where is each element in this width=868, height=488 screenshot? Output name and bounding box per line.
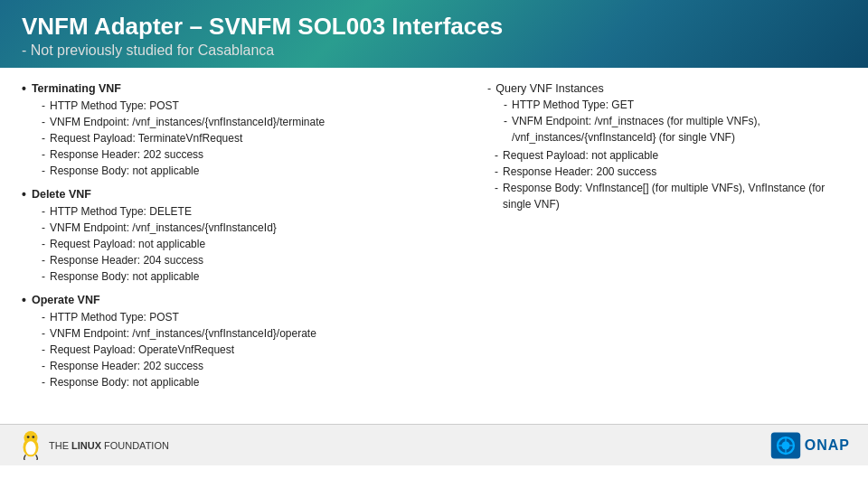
sub-list: HTTP Method Type: DELETE VNFM Endpoint: … bbox=[42, 203, 460, 285]
list-item: Response Header: 202 success bbox=[42, 358, 460, 374]
svg-point-4 bbox=[25, 441, 35, 455]
onap-label: ONAP bbox=[805, 437, 850, 454]
footer-left: THE LINUX FOUNDATION bbox=[18, 431, 169, 460]
list-item: Request Payload: not applicable bbox=[42, 236, 460, 252]
list-item: Response Header: 200 success bbox=[495, 164, 846, 180]
onap-logo: ONAP bbox=[769, 429, 850, 462]
section-terminating-vnf: Terminating VNF HTTP Method Type: POST V… bbox=[22, 82, 460, 179]
page-subtitle: - Not previously studied for Casablanca bbox=[22, 42, 846, 59]
section-label: Delete VNF bbox=[22, 188, 460, 202]
linux-tux-icon bbox=[18, 431, 43, 460]
section-operate-vnf: Operate VNF HTTP Method Type: POST VNFM … bbox=[22, 294, 460, 390]
list-item: VNFM Endpoint: /vnf_instances/{vnfInstan… bbox=[42, 220, 460, 236]
section-label: Operate VNF bbox=[22, 294, 460, 307]
list-item: Response Body: not applicable bbox=[42, 374, 460, 390]
linux-foundation-label: THE LINUX FOUNDATION bbox=[49, 440, 169, 451]
content-area: Terminating VNF HTTP Method Type: POST V… bbox=[0, 68, 868, 424]
section-query-vnf: Query VNF Instances HTTP Method Type: GE… bbox=[487, 82, 846, 212]
list-item: HTTP Method Type: POST bbox=[42, 309, 460, 325]
list-item: HTTP Method Type: POST bbox=[42, 98, 460, 114]
page-header: VNFM Adapter – SVNFM SOL003 Interfaces -… bbox=[0, 0, 868, 68]
sub-list: HTTP Method Type: POST VNFM Endpoint: /v… bbox=[42, 309, 460, 390]
list-item: VNFM Endpoint: /vnf_instnaces (for multi… bbox=[504, 113, 846, 145]
list-item: Response Body: VnfInstance[] (for multip… bbox=[495, 180, 846, 212]
svg-point-2 bbox=[32, 436, 34, 438]
right-column: Query VNF Instances HTTP Method Type: GE… bbox=[478, 82, 846, 415]
extra-list: Request Payload: not applicable Response… bbox=[495, 147, 846, 212]
list-item: VNFM Endpoint: /vnf_instances/{vnfInstan… bbox=[42, 325, 460, 342]
section-dash-label: Query VNF Instances bbox=[487, 82, 846, 95]
list-item: HTTP Method Type: GET bbox=[504, 97, 846, 113]
section-delete-vnf: Delete VNF HTTP Method Type: DELETE VNFM… bbox=[22, 188, 460, 285]
dash-sub-list: HTTP Method Type: GET VNFM Endpoint: /vn… bbox=[504, 97, 846, 145]
left-column: Terminating VNF HTTP Method Type: POST V… bbox=[22, 82, 460, 415]
sub-list: HTTP Method Type: POST VNFM Endpoint: /v… bbox=[42, 98, 460, 179]
list-item: VNFM Endpoint: /vnf_instances/{vnfInstan… bbox=[42, 114, 460, 130]
page-footer: THE LINUX FOUNDATION ONAP bbox=[0, 424, 868, 465]
list-item: Response Body: not applicable bbox=[42, 163, 460, 179]
list-item: Request Payload: not applicable bbox=[495, 147, 846, 164]
page-title: VNFM Adapter – SVNFM SOL003 Interfaces bbox=[22, 13, 846, 41]
section-label: Terminating VNF bbox=[22, 82, 460, 96]
list-item: Response Body: not applicable bbox=[42, 268, 460, 285]
onap-icon bbox=[769, 429, 802, 462]
list-item: Request Payload: OperateVnfRequest bbox=[42, 342, 460, 358]
svg-point-1 bbox=[27, 436, 30, 438]
list-item: Response Header: 202 success bbox=[42, 146, 460, 163]
list-item: Request Payload: TerminateVnfRequest bbox=[42, 130, 460, 146]
list-item: Response Header: 204 success bbox=[42, 252, 460, 268]
list-item: HTTP Method Type: DELETE bbox=[42, 203, 460, 220]
